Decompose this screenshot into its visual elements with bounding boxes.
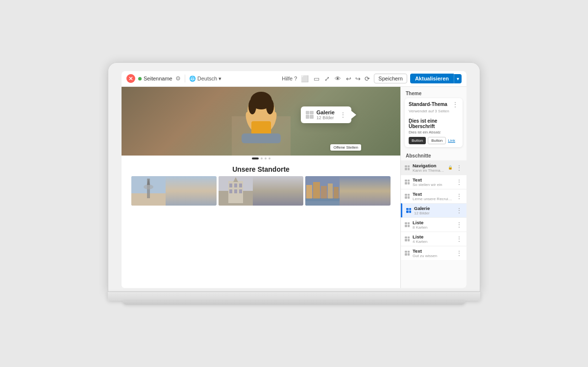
theme-used-label: Verwendet auf 3 Seiten xyxy=(405,109,463,115)
gallery-image-2[interactable] xyxy=(219,176,304,206)
toolbar-divider-1 xyxy=(185,75,185,82)
theme-preview-body: Dies ist ein Absatz xyxy=(409,130,459,134)
pagination-dot-2 xyxy=(265,157,267,159)
section-text1-menu[interactable]: ⋮ xyxy=(456,179,463,185)
publish-dropdown-button[interactable]: ▾ xyxy=(454,74,462,83)
toolbar: Seitenname ⚙ 🌐 Deutsch ▾ Hilfe ? xyxy=(122,71,466,87)
help-button[interactable]: Hilfe ? xyxy=(282,76,297,81)
section-heading: Unsere Standorte xyxy=(122,161,400,176)
canvas-page: Offene Stellen Unsere St xyxy=(122,87,400,288)
close-button[interactable] xyxy=(126,74,135,83)
section-list2-sub: 4 Karten xyxy=(413,239,453,244)
gallery-image-3[interactable] xyxy=(305,176,391,206)
hero-badge-text: Offene Stellen xyxy=(333,145,358,150)
section-item-gallery[interactable]: Galerie 12 Bilder ⋮ xyxy=(401,203,466,217)
section-item-text-1[interactable]: Text So stellen wir ein ⋮ xyxy=(401,175,466,189)
editor-container: Seitenname ⚙ 🌐 Deutsch ▾ Hilfe ? xyxy=(122,71,466,288)
close-icon xyxy=(129,77,133,80)
section-text3-menu[interactable]: ⋮ xyxy=(456,250,463,257)
section-item-list-2[interactable]: Liste 4 Karten ⋮ xyxy=(401,232,466,246)
svg-rect-35 xyxy=(305,198,340,201)
pagination-dots xyxy=(122,156,400,161)
publish-button[interactable]: Aktualisieren xyxy=(410,74,454,83)
section-text3-name: Text xyxy=(413,248,453,254)
section-list1-menu[interactable]: ⋮ xyxy=(456,221,463,228)
theme-card-header: Standard-Thema ⋮ xyxy=(405,98,463,109)
nav-lock-icon: 🔒 xyxy=(448,165,453,170)
svg-point-5 xyxy=(248,99,256,114)
section-item-text-2[interactable]: Text Lerne unsere Recruiter*... ⋮ xyxy=(401,189,466,203)
restore-button[interactable]: ⟳ xyxy=(364,74,371,83)
tooltip-menu-button[interactable]: ⋮ xyxy=(340,111,346,118)
tablet-icon[interactable]: ▭ xyxy=(313,74,320,83)
hero-section: Offene Stellen xyxy=(122,87,400,156)
canvas-area: Offene Stellen Unsere St xyxy=(122,87,400,288)
save-button[interactable]: Speichern xyxy=(374,74,407,83)
section-text2-menu[interactable]: ⋮ xyxy=(456,193,463,200)
globe-icon: 🌐 xyxy=(189,76,196,82)
gallery-tooltip: Galerie 12 Bilder ⋮ xyxy=(301,106,351,123)
status-dot xyxy=(138,77,142,80)
redo-button[interactable]: ↪ xyxy=(354,74,362,83)
section-nav-icon xyxy=(405,165,410,170)
preview-icon[interactable]: 👁 xyxy=(334,74,342,83)
expand-icon[interactable]: ⤢ xyxy=(323,74,331,83)
help-label: Hilfe xyxy=(282,76,293,81)
section-text2-name: Text xyxy=(413,191,453,197)
theme-preview-heading: Dies ist eine Überschrift xyxy=(409,118,459,129)
section-nav-menu[interactable]: ⋮ xyxy=(456,164,463,171)
svg-rect-10 xyxy=(242,133,281,143)
desktop-icon[interactable]: ⬜ xyxy=(300,74,310,83)
theme-preview: Dies ist eine Überschrift Dies ist ein A… xyxy=(405,115,463,147)
section-gallery-icon xyxy=(406,208,411,213)
pagination-dot-1 xyxy=(261,157,263,159)
tooltip-subtitle: 12 Bilder xyxy=(317,115,335,120)
svg-rect-20 xyxy=(229,184,232,187)
gallery-image-1[interactable] xyxy=(131,176,217,206)
section-gallery-menu[interactable]: ⋮ xyxy=(456,207,463,214)
language-selector[interactable]: 🌐 Deutsch ▾ xyxy=(189,76,221,82)
section-text1-name: Text xyxy=(413,177,453,183)
sections-list: Navigation Kann im Thema bearbeitet... 🔒… xyxy=(401,160,466,260)
undo-button[interactable]: ↩ xyxy=(345,74,352,83)
settings-icon[interactable]: ⚙ xyxy=(175,75,181,82)
theme-secondary-button[interactable]: Button xyxy=(428,137,446,144)
theme-menu-button[interactable]: ⋮ xyxy=(452,101,459,108)
laptop-screen: Seitenname ⚙ 🌐 Deutsch ▾ Hilfe ? xyxy=(122,71,466,288)
section-text1-info: Text So stellen wir ein xyxy=(413,177,453,187)
hero-badge[interactable]: Offene Stellen xyxy=(330,144,361,151)
section-list2-menu[interactable]: ⋮ xyxy=(456,236,463,242)
section-item-navigation[interactable]: Navigation Kann im Thema bearbeitet... 🔒… xyxy=(401,160,466,175)
section-list1-icon xyxy=(405,222,410,227)
section-list2-info: Liste 4 Karten xyxy=(413,234,453,244)
section-text1-sub: So stellen wir ein xyxy=(413,183,453,187)
section-nav-name: Navigation xyxy=(413,163,445,168)
section-nav-info: Navigation Kann im Thema bearbeitet... xyxy=(413,163,445,173)
section-list1-info: Liste 8 Karten xyxy=(413,220,453,230)
section-nav-sub: Kann im Thema bearbeitet... xyxy=(413,168,445,173)
section-text3-info: Text Gut zu wissen xyxy=(413,248,453,258)
section-text2-sub: Lerne unsere Recruiter*... xyxy=(413,197,453,201)
language-label: Deutsch xyxy=(197,76,217,81)
section-item-list-1[interactable]: Liste 8 Karten ⋮ xyxy=(401,217,466,232)
building-illustration xyxy=(219,176,253,206)
section-item-text-3[interactable]: Text Gut zu wissen ⋮ xyxy=(401,246,466,260)
svg-rect-32 xyxy=(321,186,327,199)
section-text1-icon xyxy=(405,180,410,184)
canal-illustration xyxy=(305,176,340,206)
lang-chevron: ▾ xyxy=(219,76,221,82)
section-list1-sub: 8 Karten xyxy=(413,225,453,230)
section-gallery-sub: 12 Bilder xyxy=(414,211,453,215)
svg-rect-31 xyxy=(313,182,320,199)
hero-person-illustration xyxy=(232,87,291,156)
svg-rect-30 xyxy=(306,185,312,199)
svg-rect-24 xyxy=(234,189,237,193)
theme-link-button[interactable]: Link xyxy=(448,137,455,144)
theme-primary-button[interactable]: Button xyxy=(409,137,426,144)
page-name-group: Seitenname xyxy=(138,76,172,81)
theme-card: Standard-Thema ⋮ Verwendet auf 3 Seiten … xyxy=(405,98,463,147)
page-name-label: Seitenname xyxy=(144,76,172,81)
tv-tower-illustration xyxy=(131,176,166,206)
theme-name: Standard-Thema xyxy=(409,102,447,107)
theme-buttons: Button Button Link xyxy=(409,137,459,144)
